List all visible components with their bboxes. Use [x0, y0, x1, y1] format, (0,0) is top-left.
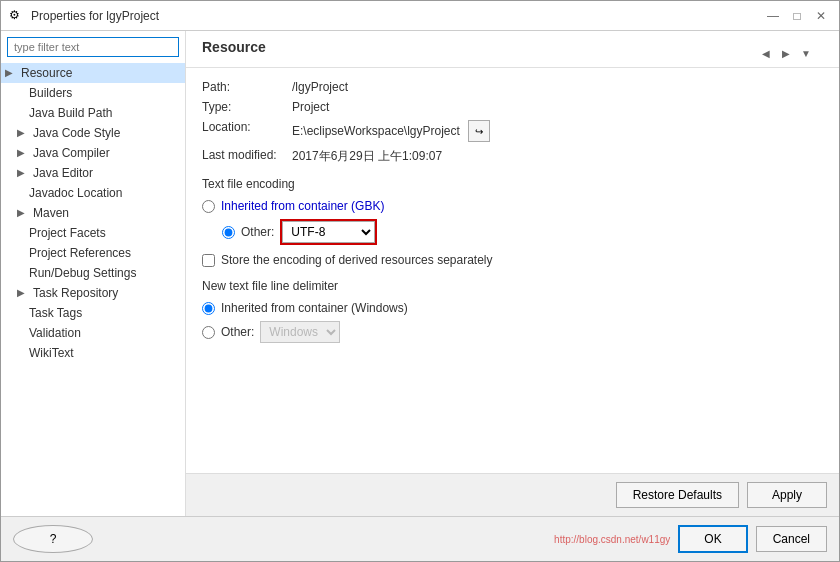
sidebar-item-label: Builders	[29, 86, 72, 100]
minimize-button[interactable]: —	[763, 6, 783, 26]
sidebar-item-java-code-style[interactable]: ▶ Java Code Style	[1, 123, 185, 143]
search-input[interactable]	[7, 37, 179, 57]
sidebar-item-java-editor[interactable]: ▶ Java Editor	[1, 163, 185, 183]
main-header: Resource ◀ ▶ ▼	[186, 31, 839, 68]
sidebar-item-wikitext[interactable]: WikiText	[1, 343, 185, 363]
line-delimiter-title: New text file line delimiter	[202, 279, 823, 293]
radio-other-line-row: Other: Windows Unix Mac	[202, 321, 823, 343]
sidebar-item-javadoc-location[interactable]: Javadoc Location	[1, 183, 185, 203]
dropdown-button[interactable]: ▼	[797, 44, 815, 62]
radio-inherited-windows-label: Inherited from container (Windows)	[221, 301, 408, 315]
apply-button[interactable]: Apply	[747, 482, 827, 508]
path-value: /lgyProject	[292, 80, 348, 94]
window-icon: ⚙	[9, 8, 25, 24]
radio-other-row: Other: UTF-8 UTF-16 ISO-8859-1 GBK US-AS…	[202, 219, 823, 245]
sidebar-item-builders[interactable]: Builders	[1, 83, 185, 103]
sidebar: ▶ Resource Builders Java Build Path ▶ Ja…	[1, 31, 186, 516]
sidebar-item-label: Run/Debug Settings	[29, 266, 136, 280]
header-top: Resource ◀ ▶ ▼	[202, 39, 823, 63]
close-button[interactable]: ✕	[811, 6, 831, 26]
back-button[interactable]: ◀	[757, 44, 775, 62]
sidebar-item-task-repository[interactable]: ▶ Task Repository	[1, 283, 185, 303]
window-controls: — □ ✕	[763, 6, 831, 26]
ok-button[interactable]: OK	[678, 525, 747, 553]
location-row-inner: E:\eclipseWorkspace\lgyProject ↪	[292, 120, 490, 142]
location-label: Location:	[202, 120, 292, 134]
checkbox-row: Store the encoding of derived resources …	[202, 253, 823, 267]
radio-other-line-label: Other:	[221, 325, 254, 339]
sidebar-item-validation[interactable]: Validation	[1, 323, 185, 343]
sidebar-item-java-build-path[interactable]: Java Build Path	[1, 103, 185, 123]
sidebar-item-label: Java Code Style	[33, 126, 120, 140]
type-row: Type: Project	[202, 100, 823, 114]
arrow-icon: ▶	[17, 127, 29, 139]
properties-window: ⚙ Properties for lgyProject — □ ✕ ▶ Reso…	[0, 0, 840, 562]
sidebar-item-label: Task Tags	[29, 306, 82, 320]
main-title: Resource	[202, 39, 266, 55]
sidebar-item-label: Java Editor	[33, 166, 93, 180]
path-label: Path:	[202, 80, 292, 94]
radio-inherited-row: Inherited from container (GBK)	[202, 199, 823, 213]
sidebar-item-label: Java Compiler	[33, 146, 110, 160]
sidebar-item-java-compiler[interactable]: ▶ Java Compiler	[1, 143, 185, 163]
encoding-section-title: Text file encoding	[202, 177, 823, 191]
help-button[interactable]: ?	[13, 525, 93, 553]
arrow-icon: ▶	[17, 147, 29, 159]
forward-button[interactable]: ▶	[777, 44, 795, 62]
encoding-select[interactable]: UTF-8 UTF-16 ISO-8859-1 GBK US-ASCII	[282, 221, 375, 243]
maximize-button[interactable]: □	[787, 6, 807, 26]
sidebar-item-label: Project References	[29, 246, 131, 260]
arrow-icon: ▶	[5, 67, 17, 79]
sidebar-item-label: WikiText	[29, 346, 74, 360]
help-area: ?	[13, 525, 93, 553]
radio-inherited-label: Inherited from container (GBK)	[221, 199, 384, 213]
path-row: Path: /lgyProject	[202, 80, 823, 94]
watermark: http://blog.csdn.net/w11gy	[554, 534, 670, 545]
arrow-icon: ▶	[17, 287, 29, 299]
last-modified-value: 2017年6月29日 上午1:09:07	[292, 148, 442, 165]
cancel-button[interactable]: Cancel	[756, 526, 827, 552]
last-modified-label: Last modified:	[202, 148, 292, 165]
toolbar: ◀ ▶ ▼	[749, 40, 823, 62]
radio-other-label: Other:	[241, 225, 274, 239]
bottom-bar: Restore Defaults Apply	[186, 473, 839, 516]
main-body: Path: /lgyProject Type: Project Location…	[186, 68, 839, 473]
radio-inherited-windows-row: Inherited from container (Windows)	[202, 301, 823, 315]
sidebar-item-project-references[interactable]: Project References	[1, 243, 185, 263]
store-encoding-checkbox[interactable]	[202, 254, 215, 267]
type-label: Type:	[202, 100, 292, 114]
content-area: ▶ Resource Builders Java Build Path ▶ Ja…	[1, 31, 839, 516]
location-browse-button[interactable]: ↪	[468, 120, 490, 142]
arrow-icon: ▶	[17, 167, 29, 179]
radio-other-input[interactable]	[222, 226, 235, 239]
radio-inherited-input[interactable]	[202, 200, 215, 213]
sidebar-item-resource[interactable]: ▶ Resource	[1, 63, 185, 83]
line-delimiter-select[interactable]: Windows Unix Mac	[260, 321, 340, 343]
titlebar: ⚙ Properties for lgyProject — □ ✕	[1, 1, 839, 31]
encoding-select-wrapper: UTF-8 UTF-16 ISO-8859-1 GBK US-ASCII	[280, 219, 377, 245]
store-encoding-label: Store the encoding of derived resources …	[221, 253, 493, 267]
last-modified-row: Last modified: 2017年6月29日 上午1:09:07	[202, 148, 823, 165]
radio-other-line-input[interactable]	[202, 326, 215, 339]
tree-area: ▶ Resource Builders Java Build Path ▶ Ja…	[1, 63, 185, 516]
sidebar-item-run-debug-settings[interactable]: Run/Debug Settings	[1, 263, 185, 283]
restore-defaults-button[interactable]: Restore Defaults	[616, 482, 739, 508]
sidebar-item-label: Task Repository	[33, 286, 118, 300]
dialog-actions: http://blog.csdn.net/w11gy OK Cancel	[554, 525, 827, 553]
arrow-icon: ▶	[17, 207, 29, 219]
window-title: Properties for lgyProject	[31, 9, 763, 23]
main-panel: Resource ◀ ▶ ▼ Path: /lgyProject Type:	[186, 31, 839, 516]
type-value: Project	[292, 100, 329, 114]
line-delimiter-section: New text file line delimiter Inherited f…	[202, 279, 823, 343]
sidebar-item-project-facets[interactable]: Project Facets	[1, 223, 185, 243]
sidebar-item-task-tags[interactable]: Task Tags	[1, 303, 185, 323]
location-row: Location: E:\eclipseWorkspace\lgyProject…	[202, 120, 823, 142]
location-value: E:\eclipseWorkspace\lgyProject	[292, 124, 460, 138]
sidebar-item-label: Java Build Path	[29, 106, 112, 120]
search-box	[7, 37, 179, 57]
radio-inherited-windows-input[interactable]	[202, 302, 215, 315]
sidebar-item-label: Validation	[29, 326, 81, 340]
sidebar-item-label: Javadoc Location	[29, 186, 122, 200]
sidebar-item-label: Project Facets	[29, 226, 106, 240]
sidebar-item-maven[interactable]: ▶ Maven	[1, 203, 185, 223]
